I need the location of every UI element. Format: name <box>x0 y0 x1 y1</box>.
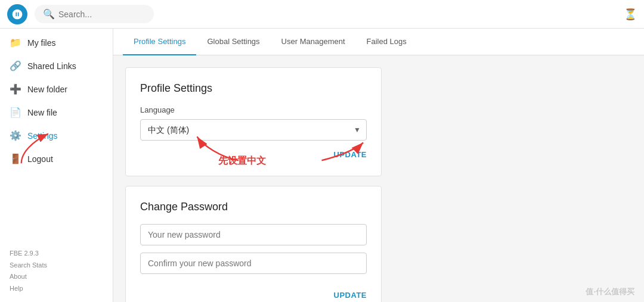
sidebar-label-new-folder: New folder <box>27 85 67 94</box>
password-update-button[interactable]: UPDATE <box>334 288 367 302</box>
new-file-icon: 📄 <box>10 107 21 118</box>
sidebar-footer: FBE 2.9.3 Search Stats About Help <box>0 241 113 302</box>
password-update-row: UPDATE <box>140 288 367 302</box>
folder-icon: 📁 <box>10 37 21 48</box>
sidebar-item-logout[interactable]: 🚪 Logout <box>0 147 113 170</box>
search-stats-link[interactable]: Search Stats <box>10 260 103 272</box>
sidebar-label-logout: Logout <box>27 154 53 164</box>
content-area: Profile Settings Language English 中文 (简体… <box>113 55 644 302</box>
link-icon: 🔗 <box>10 60 21 71</box>
language-label: Language <box>140 105 367 114</box>
sidebar-item-new-file[interactable]: 📄 New file <box>0 101 113 124</box>
main-content: Profile Settings Global Settings User Ma… <box>113 29 644 302</box>
sidebar-item-shared-links[interactable]: 🔗 Shared Links <box>0 54 113 77</box>
help-link[interactable]: Help <box>10 283 103 295</box>
topbar: 🔍 ⏳ <box>0 0 644 29</box>
sidebar-label-settings: Settings <box>27 131 58 141</box>
sidebar-item-my-files[interactable]: 📁 My files <box>0 31 113 54</box>
add-folder-icon: ➕ <box>10 83 21 95</box>
search-input[interactable] <box>58 10 145 19</box>
search-box[interactable]: 🔍 <box>35 5 154 23</box>
sidebar-label-shared-links: Shared Links <box>27 61 76 71</box>
tab-global-settings[interactable]: Global Settings <box>196 29 270 55</box>
language-update-button[interactable]: UPDATE <box>334 148 367 161</box>
sidebar-item-new-folder[interactable]: ➕ New folder <box>0 77 113 101</box>
sidebar-label-my-files: My files <box>27 38 55 48</box>
tabs-bar: Profile Settings Global Settings User Ma… <box>113 29 644 55</box>
tab-failed-logs[interactable]: Failed Logs <box>356 29 417 55</box>
logout-icon: 🚪 <box>10 153 21 164</box>
change-password-card: Change Password UPDATE <box>125 186 382 302</box>
sidebar: 📁 My files 🔗 Shared Links ➕ New folder 📄… <box>0 29 113 302</box>
language-update-row: UPDATE <box>140 148 367 161</box>
tab-profile-settings[interactable]: Profile Settings <box>123 29 196 55</box>
about-link[interactable]: About <box>10 271 103 283</box>
settings-icon: ⚙️ <box>10 130 21 141</box>
layout: 📁 My files 🔗 Shared Links ➕ New folder 📄… <box>0 29 644 302</box>
profile-settings-title: Profile Settings <box>140 82 367 95</box>
language-select[interactable]: English 中文 (简体) Français Deutsch Español <box>140 119 367 141</box>
sidebar-item-settings[interactable]: ⚙️ Settings <box>0 124 113 147</box>
profile-settings-card: Profile Settings Language English 中文 (简体… <box>125 67 382 176</box>
sidebar-label-new-file: New file <box>27 108 57 117</box>
language-select-wrapper: English 中文 (简体) Français Deutsch Español… <box>140 119 367 141</box>
tab-user-management[interactable]: User Management <box>271 29 356 55</box>
confirm-password-input[interactable] <box>140 253 367 274</box>
search-icon: 🔍 <box>43 8 55 20</box>
topbar-right: ⏳ <box>624 8 637 21</box>
change-password-title: Change Password <box>140 201 367 213</box>
hourglass-icon: ⏳ <box>624 8 637 21</box>
version-text: FBE 2.9.3 <box>10 248 103 260</box>
new-password-input[interactable] <box>140 224 367 245</box>
app-logo[interactable] <box>7 4 27 24</box>
